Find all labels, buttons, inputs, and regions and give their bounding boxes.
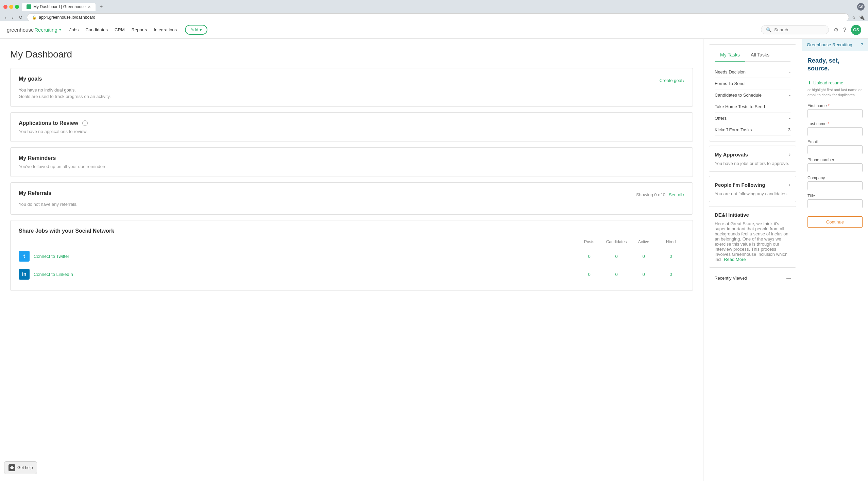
task-val-needs-decision: - xyxy=(789,69,790,74)
applications-info-icon[interactable]: i xyxy=(82,120,88,126)
title-label: Title xyxy=(807,194,863,198)
following-title: People I'm Following xyxy=(715,182,765,188)
logo-caret-icon[interactable]: ▾ xyxy=(59,28,61,32)
see-all-link[interactable]: See all › xyxy=(669,192,684,197)
task-label-forms-to-send: Forms To Send xyxy=(715,81,745,86)
panel-question-icon[interactable]: ? xyxy=(861,42,863,47)
task-offers: Offers - xyxy=(715,113,790,124)
approvals-chevron-icon[interactable]: › xyxy=(789,151,790,157)
linkedin-posts: 0 xyxy=(576,272,603,277)
goals-card: My goals Create goal › You have no indiv… xyxy=(10,68,693,107)
connect-twitter-link[interactable]: Connect to Twitter xyxy=(34,254,576,259)
following-chevron-icon[interactable]: › xyxy=(789,182,790,188)
first-name-group: First name * xyxy=(807,103,863,118)
bookmark-icon[interactable]: ☆ xyxy=(852,15,856,20)
referrals-title: My Referrals xyxy=(19,190,51,196)
settings-icon[interactable]: ⚙ xyxy=(834,27,838,33)
minimize-traffic-light[interactable] xyxy=(9,5,13,9)
tab-my-tasks[interactable]: My Tasks xyxy=(715,50,745,62)
fullscreen-traffic-light[interactable] xyxy=(15,5,19,9)
upload-section: ⬆ Upload resume or highlight first and l… xyxy=(802,77,868,103)
task-label-needs-decision: Needs Decision xyxy=(715,69,746,74)
first-name-label: First name * xyxy=(807,103,863,108)
connect-linkedin-link[interactable]: Connect to LinkedIn xyxy=(34,272,576,277)
task-val-offers: - xyxy=(789,116,790,121)
candidate-form: First name * Last name * Email xyxy=(802,103,868,214)
company-input[interactable] xyxy=(807,181,863,190)
social-table: Posts Candidates Active Hired t Connect … xyxy=(19,239,684,283)
nav-reports[interactable]: Reports xyxy=(132,27,147,32)
task-label-candidates-to-schedule: Candidates to Schedule xyxy=(715,93,762,98)
browser-chrome: My Dashboard | Greenhouse ✕ + GS ‹ › ↺ 🔒… xyxy=(0,0,868,21)
title-group: Title xyxy=(807,194,863,208)
reminders-card: My Reminders You've followed up on all y… xyxy=(10,147,693,177)
task-val-candidates-to-schedule: - xyxy=(789,93,790,98)
back-button[interactable]: ‹ xyxy=(3,14,8,21)
task-needs-decision: Needs Decision - xyxy=(715,66,790,78)
col-active: Active xyxy=(630,239,657,244)
panel-header: Greenhouse Recruiting ? xyxy=(802,39,868,51)
linkedin-row: in Connect to LinkedIn 0 0 0 0 xyxy=(19,265,684,283)
applications-desc: You have no applications to review. xyxy=(19,129,684,134)
new-tab-button[interactable]: + xyxy=(98,3,105,11)
upload-icon: ⬆ xyxy=(807,80,811,85)
create-goal-link[interactable]: Create goal › xyxy=(659,78,684,83)
email-input[interactable] xyxy=(807,145,863,154)
referrals-card: My Referrals Showing 0 of 0 See all › Yo… xyxy=(10,182,693,215)
search-box[interactable]: 🔍 xyxy=(761,25,829,34)
recently-viewed-close-icon[interactable]: — xyxy=(786,276,791,281)
nav-jobs[interactable]: Jobs xyxy=(69,27,79,32)
refresh-button[interactable]: ↺ xyxy=(17,14,24,21)
reminders-desc: You've followed up on all your due remin… xyxy=(19,164,684,169)
panel-app-name: Greenhouse Recruiting xyxy=(807,42,852,47)
twitter-row: t Connect to Twitter 0 0 0 0 xyxy=(19,247,684,265)
traffic-lights xyxy=(3,5,19,9)
logo: greenhouse Recruiting ▾ xyxy=(7,27,61,33)
first-name-input[interactable] xyxy=(807,109,863,118)
search-input[interactable] xyxy=(774,27,818,32)
search-icon: 🔍 xyxy=(766,27,771,32)
email-label: Email xyxy=(807,139,863,144)
extensions-icon[interactable]: 🔌 xyxy=(859,15,865,20)
dei-read-more-link[interactable]: Read More xyxy=(724,257,746,262)
twitter-hired: 0 xyxy=(657,254,684,259)
twitter-posts: 0 xyxy=(576,254,603,259)
twitter-active: 0 xyxy=(630,254,657,259)
applications-title: Applications to Review i xyxy=(19,120,684,126)
col-posts: Posts xyxy=(576,239,603,244)
help-nav-icon[interactable]: ? xyxy=(843,27,846,33)
dei-body: Here at Great Skate, we think it's super… xyxy=(715,221,790,262)
col-candidates: Candidates xyxy=(603,239,630,244)
panel-tagline: Ready, set, source. xyxy=(802,51,868,77)
continue-button[interactable]: Continue xyxy=(807,216,863,228)
logo-greenhouse-text: greenhouse xyxy=(7,27,34,33)
last-name-input[interactable] xyxy=(807,127,863,136)
add-button[interactable]: Add ▾ xyxy=(185,25,207,35)
col-hired: Hired xyxy=(657,239,684,244)
forward-button[interactable]: › xyxy=(11,14,15,21)
linkedin-candidates: 0 xyxy=(603,272,630,277)
lock-icon: 🔒 xyxy=(32,15,37,20)
main-content: My Dashboard My goals Create goal › You … xyxy=(0,39,703,481)
twitter-candidates: 0 xyxy=(603,254,630,259)
upload-resume-link[interactable]: ⬆ Upload resume xyxy=(807,80,863,85)
browser-profile-icon[interactable]: GS xyxy=(857,3,865,11)
app-layout: greenhouse Recruiting ▾ Jobs Candidates … xyxy=(0,21,868,481)
greenhouse-app: greenhouse Recruiting ▾ Jobs Candidates … xyxy=(0,21,868,481)
social-share-card: Share Jobs with your Social Network Post… xyxy=(10,220,693,291)
active-browser-tab[interactable]: My Dashboard | Greenhouse ✕ xyxy=(22,3,96,11)
nav-crm[interactable]: CRM xyxy=(115,27,125,32)
tab-close-button[interactable]: ✕ xyxy=(88,5,91,9)
nav-candidates[interactable]: Candidates xyxy=(85,27,108,32)
logo-recruiting-text: Recruiting xyxy=(34,27,57,33)
phone-input[interactable] xyxy=(807,163,863,172)
title-input[interactable] xyxy=(807,199,863,208)
recently-viewed-label: Recently Viewed xyxy=(714,276,747,281)
tab-all-tasks[interactable]: All Tasks xyxy=(745,50,775,62)
twitter-icon: t xyxy=(19,251,30,262)
help-button[interactable]: 💬 Get help xyxy=(4,461,37,474)
user-avatar[interactable]: GS xyxy=(851,25,861,35)
close-traffic-light[interactable] xyxy=(3,5,7,9)
nav-integrations[interactable]: Integrations xyxy=(154,27,177,32)
address-bar[interactable]: 🔒 app4.greenhouse.io/dashboard xyxy=(27,13,849,21)
